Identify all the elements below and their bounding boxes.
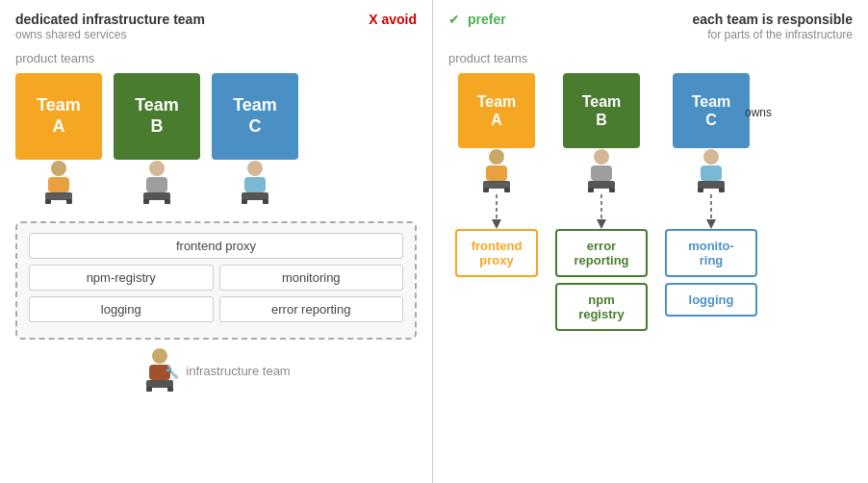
svg-point-6 <box>149 161 165 176</box>
right-arrow-b <box>592 194 611 229</box>
svg-point-37 <box>703 149 719 165</box>
svg-rect-23 <box>486 165 507 181</box>
left-subtitle: owns shared services <box>15 28 205 41</box>
svg-rect-26 <box>504 188 510 192</box>
svg-rect-14 <box>242 199 247 204</box>
right-panel: ✔ prefer each team is responsible for pa… <box>433 0 868 483</box>
right-section-label: product teams <box>448 51 853 65</box>
right-arrow-a <box>487 194 506 229</box>
checkmark-icon: ✔ <box>448 12 460 27</box>
svg-rect-8 <box>143 192 170 200</box>
services-box: frontend proxy npm-registry monitoring l… <box>15 221 417 340</box>
team-c-label: TeamC <box>233 95 277 137</box>
right-description2: for parts of the infrastructure <box>707 28 853 41</box>
svg-rect-40 <box>698 188 703 192</box>
svg-rect-5 <box>46 194 71 199</box>
left-panel: dedicated infrastructure team owns share… <box>0 0 433 483</box>
service-npm: npm-registry <box>29 265 214 291</box>
left-title-block: dedicated infrastructure team owns share… <box>15 12 205 41</box>
left-header: dedicated infrastructure team owns share… <box>15 12 417 41</box>
svg-marker-43 <box>706 219 716 229</box>
svg-rect-15 <box>263 199 268 204</box>
svg-rect-32 <box>588 181 615 189</box>
svg-point-0 <box>51 161 66 176</box>
team-c-block: TeamC <box>212 73 298 206</box>
right-team-a-col: TeamA frontendproxy <box>448 73 545 277</box>
right-team-a-box: TeamA <box>458 73 535 148</box>
right-person-a-icon <box>478 148 515 194</box>
svg-rect-7 <box>146 177 167 192</box>
service-npm-registry-right: npmregistry <box>555 283 648 331</box>
service-monitoring-right: monito-ring <box>665 229 757 277</box>
infra-label: infrastructure team <box>186 364 290 378</box>
svg-rect-20 <box>167 387 173 392</box>
service-grid: npm-registry monitoring logging error re… <box>29 265 403 322</box>
right-team-c-col: owns TeamC monito-ring logging <box>658 73 764 317</box>
right-team-c-box: TeamC <box>673 73 750 148</box>
right-arrow-c <box>702 194 721 229</box>
right-team-b-box: TeamB <box>563 73 640 148</box>
svg-point-11 <box>247 161 263 176</box>
svg-point-30 <box>594 149 609 165</box>
service-monitoring: monitoring <box>219 265 404 291</box>
right-content: TeamA frontendproxy TeamB <box>448 73 853 331</box>
svg-point-16 <box>152 348 167 364</box>
svg-point-22 <box>489 149 504 165</box>
right-team-b-label: TeamB <box>582 92 622 129</box>
service-error-reporting: error reporting <box>219 296 404 322</box>
service-logging: logging <box>29 296 214 322</box>
right-person-c-icon <box>693 148 729 194</box>
service-frontend-proxy: frontend proxy <box>29 233 403 259</box>
infra-person-icon: 🔧 <box>141 347 178 394</box>
prefer-label: prefer <box>468 12 506 27</box>
right-person-b-icon <box>583 148 620 194</box>
team-b-block: TeamB <box>114 73 200 206</box>
team-a-label: TeamA <box>37 95 81 137</box>
svg-rect-10 <box>165 199 170 204</box>
team-b-box: TeamB <box>114 73 200 160</box>
svg-rect-34 <box>609 188 615 192</box>
team-b-label: TeamB <box>135 95 179 137</box>
svg-text:🔧: 🔧 <box>165 365 178 379</box>
svg-rect-41 <box>719 188 725 192</box>
svg-rect-1 <box>48 177 69 192</box>
service-frontend-proxy-right: frontendproxy <box>455 229 538 277</box>
right-team-a-label: TeamA <box>477 92 517 129</box>
svg-rect-12 <box>244 177 266 192</box>
team-a-box: TeamA <box>15 73 102 160</box>
svg-marker-29 <box>492 219 501 229</box>
right-header: ✔ prefer each team is responsible for pa… <box>448 12 853 41</box>
service-error-reporting-right: errorreporting <box>555 229 648 277</box>
left-teams-row: TeamA TeamB <box>15 73 417 206</box>
team-c-box: TeamC <box>212 73 298 160</box>
svg-marker-36 <box>597 219 606 229</box>
svg-rect-33 <box>588 188 594 192</box>
svg-rect-38 <box>701 165 722 181</box>
svg-rect-4 <box>66 199 72 204</box>
svg-rect-27 <box>484 183 509 188</box>
prefer-right: each team is responsible for parts of th… <box>692 12 853 41</box>
svg-rect-9 <box>143 199 149 204</box>
svg-rect-39 <box>698 181 725 189</box>
service-logging-right: logging <box>665 283 757 317</box>
left-title: dedicated infrastructure team <box>15 12 205 27</box>
person-c-icon <box>237 160 273 206</box>
right-team-b-col: TeamB errorreporting npmregistry <box>549 73 654 331</box>
left-section-label: product teams <box>15 51 417 65</box>
person-a-icon <box>40 160 77 206</box>
svg-rect-25 <box>483 188 489 192</box>
person-b-icon <box>139 160 175 206</box>
svg-rect-31 <box>591 165 612 181</box>
avoid-label: X avoid <box>369 12 417 27</box>
svg-rect-13 <box>242 192 268 200</box>
prefer-left: ✔ prefer <box>448 12 506 27</box>
team-a-block: TeamA <box>15 73 102 206</box>
owns-label: owns <box>745 106 772 119</box>
svg-rect-19 <box>146 387 152 392</box>
right-description: each team is responsible <box>692 12 853 27</box>
svg-rect-3 <box>45 199 51 204</box>
infra-team-row: 🔧 infrastructure team <box>15 347 417 394</box>
svg-rect-18 <box>146 380 173 388</box>
right-team-c-label: TeamC <box>692 92 731 129</box>
